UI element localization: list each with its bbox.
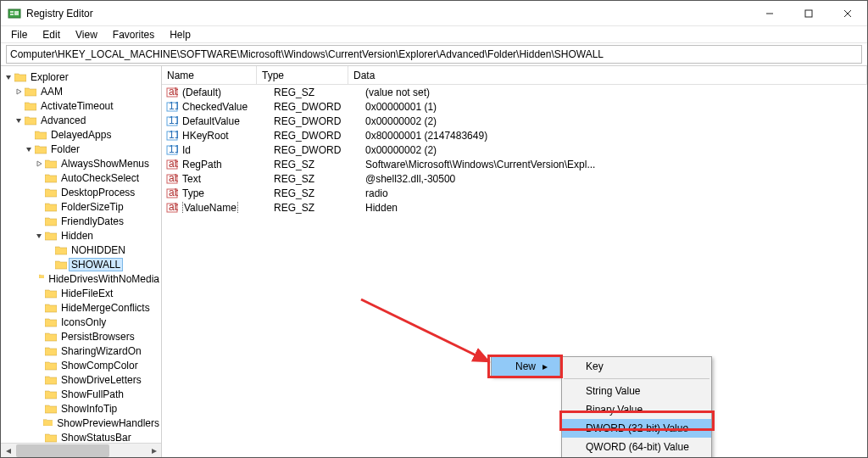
tree-item-friendlydates[interactable]: FriendlyDates	[1, 214, 161, 228]
svg-text:ab: ab	[169, 173, 178, 184]
tree-label: ShowCompColor	[59, 360, 140, 371]
value-name: DefaultValue	[182, 115, 274, 127]
context-item-string-value[interactable]: String Value	[562, 382, 711, 400]
value-data: 0x80000001 (2147483649)	[365, 130, 867, 142]
value-row[interactable]: 110HKeyRootREG_DWORD0x80000001 (21474836…	[162, 128, 867, 142]
tree-label: ShowDriveLetters	[59, 374, 143, 386]
scroll-thumb[interactable]	[16, 444, 109, 457]
tree-item-sharingwizardon[interactable]: SharingWizardOn	[1, 344, 161, 358]
value-row[interactable]: abRegPathREG_SZSoftware\Microsoft\Window…	[162, 157, 867, 171]
value-row[interactable]: 110IdREG_DWORD0x00000002 (2)	[162, 142, 867, 157]
col-data-header[interactable]: Data	[348, 66, 867, 84]
value-row[interactable]: abTypeREG_SZradio	[162, 186, 867, 200]
tree-item-hidefileext[interactable]: HideFileExt	[1, 286, 161, 300]
folder-icon	[45, 389, 57, 399]
tree-item-hidden[interactable]: Hidden	[1, 228, 161, 243]
tree-item-nohidden[interactable]: NOHIDDEN	[1, 243, 161, 257]
svg-text:110: 110	[169, 101, 178, 112]
value-row[interactable]: abTextREG_SZ@shell32.dll,-30500	[162, 171, 867, 186]
tree-label: Advanced	[39, 114, 87, 126]
svg-line-26	[361, 299, 488, 361]
menu-view[interactable]: View	[69, 27, 104, 42]
tree-item-delayedapps[interactable]: DelayedApps	[1, 127, 161, 142]
tree-label: SHOWALL	[70, 259, 122, 271]
context-item-binary-value[interactable]: Binary Value	[562, 400, 711, 419]
tree-item-persistbrowsers[interactable]: PersistBrowsers	[1, 329, 161, 344]
value-data: 0x00000002 (2)	[365, 115, 867, 127]
value-row[interactable]: 110CheckedValueREG_DWORD0x00000001 (1)	[162, 99, 867, 114]
value-row[interactable]: ab(Default)REG_SZ(value not set)	[162, 85, 867, 99]
tree-item-foldersizetip[interactable]: FolderSizeTip	[1, 199, 161, 214]
tree-label: ActivateTimeout	[39, 100, 115, 112]
tree-pane[interactable]: ExplorerAAMActivateTimeoutAdvancedDelaye…	[1, 66, 162, 457]
scroll-right-icon[interactable]: ▸	[147, 444, 161, 458]
tree-item-showcompcolor[interactable]: ShowCompColor	[1, 358, 161, 372]
tree-item-showdriveletters[interactable]: ShowDriveLetters	[1, 372, 161, 387]
tree-twisty-icon[interactable]	[13, 117, 25, 124]
value-row[interactable]: abValueNameREG_SZHidden	[162, 200, 867, 215]
folder-icon	[45, 375, 57, 385]
close-button[interactable]	[828, 1, 867, 26]
value-name: HKeyRoot	[182, 130, 274, 142]
address-bar[interactable]: Computer\HKEY_LOCAL_MACHINE\SOFTWARE\Mic…	[6, 45, 862, 64]
folder-icon	[45, 317, 57, 327]
tree-label: FolderSizeTip	[59, 201, 125, 213]
tree-label: Explorer	[29, 71, 70, 83]
tree-twisty-icon[interactable]	[33, 232, 45, 239]
value-row[interactable]: 110DefaultValueREG_DWORD0x00000002 (2)	[162, 114, 867, 128]
minimize-button[interactable]	[750, 1, 789, 26]
tree-twisty-icon[interactable]	[3, 74, 14, 81]
context-item-multi-string-value[interactable]: Multi-String Value	[562, 456, 711, 457]
folder-icon	[25, 115, 36, 126]
context-new[interactable]: New ▸	[492, 357, 559, 376]
context-item-dword-32-bit-value[interactable]: DWORD (32-bit) Value	[562, 419, 711, 438]
tree-item-alwaysshowmenus[interactable]: AlwaysShowMenus	[1, 156, 161, 170]
tree-item-showall[interactable]: SHOWALL	[1, 257, 161, 271]
dword-icon: 110	[165, 100, 179, 114]
tree-item-activatetimeout[interactable]: ActivateTimeout	[1, 98, 161, 113]
tree-item-autocheckselect[interactable]: AutoCheckSelect	[1, 170, 161, 185]
col-type-header[interactable]: Type	[257, 66, 348, 84]
string-icon: ab	[165, 187, 179, 200]
col-name-header[interactable]: Name	[162, 66, 257, 84]
tree-item-hidedriveswithnomedia[interactable]: HideDrivesWithNoMedia	[1, 271, 161, 286]
values-pane[interactable]: Name Type Data ab(Default)REG_SZ(value n…	[162, 66, 867, 457]
context-item-key[interactable]: Key	[562, 357, 711, 376]
menu-file[interactable]: File	[4, 27, 34, 42]
submenu-arrow-icon: ▸	[542, 360, 548, 372]
tree-label: IconsOnly	[59, 316, 108, 328]
folder-icon	[43, 418, 53, 428]
context-item-qword-64-bit-value[interactable]: QWORD (64-bit) Value	[562, 438, 711, 456]
folder-icon	[55, 260, 67, 270]
tree-item-showpreviewhandlers[interactable]: ShowPreviewHandlers	[1, 416, 161, 430]
tree-label: NOHIDDEN	[70, 244, 127, 256]
tree-item-advanced[interactable]: Advanced	[1, 113, 161, 127]
tree-item-showinfotip[interactable]: ShowInfoTip	[1, 401, 161, 416]
menu-edit[interactable]: Edit	[36, 27, 67, 42]
tree-item-showfullpath[interactable]: ShowFullPath	[1, 387, 161, 401]
value-type: REG_SZ	[274, 173, 365, 185]
context-separator	[564, 378, 709, 379]
tree-item-aam[interactable]: AAM	[1, 84, 161, 98]
tree-item-hidemergeconflicts[interactable]: HideMergeConflicts	[1, 300, 161, 315]
folder-icon	[45, 303, 57, 313]
context-menu-parent: New ▸	[491, 356, 560, 377]
menu-favorites[interactable]: Favorites	[106, 27, 161, 42]
tree-item-desktopprocess[interactable]: DesktopProcess	[1, 185, 161, 199]
value-type: REG_DWORD	[274, 144, 365, 156]
tree-twisty-icon[interactable]	[23, 146, 35, 153]
tree-twisty-icon[interactable]	[33, 160, 45, 167]
tree-label: ShowFullPath	[59, 388, 125, 400]
svg-rect-3	[14, 11, 19, 15]
tree-item-folder[interactable]: Folder	[1, 142, 161, 156]
tree-item-iconsonly[interactable]: IconsOnly	[1, 315, 161, 329]
tree-item-explorer[interactable]: Explorer	[1, 70, 161, 84]
scroll-left-icon[interactable]: ◂	[1, 444, 15, 458]
value-data: (value not set)	[365, 87, 867, 98]
tree-label: Hidden	[59, 230, 95, 242]
menu-help[interactable]: Help	[163, 27, 198, 42]
tree-hscrollbar[interactable]: ◂ ▸	[1, 443, 161, 457]
tree-twisty-icon[interactable]	[13, 88, 25, 95]
maximize-button[interactable]	[789, 1, 828, 26]
folder-icon	[35, 144, 47, 154]
